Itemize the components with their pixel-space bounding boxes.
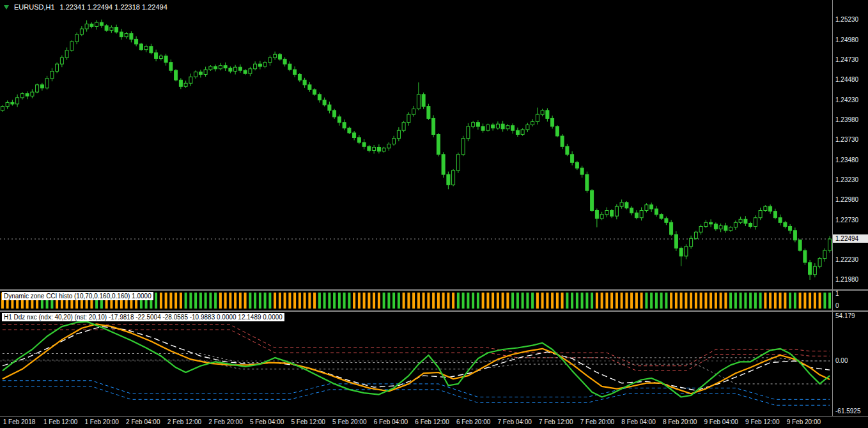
trading-chart-window: EURUSD,H1 1.22341 1.22494 1.22318 1.2249… [0,0,868,428]
symbol-marker-icon [4,5,9,10]
price-chart-canvas[interactable] [0,0,832,289]
cci-indicator-label: Dynamic zone CCI histo (10,70,0.160,0.16… [2,292,153,300]
price-tick: 1.23730 [835,136,858,144]
cci-indicator-panel: Dynamic zone CCI histo (10,70,0.160,0.16… [0,291,868,310]
time-label: 2 Feb 12:00 [167,418,201,425]
price-panel: EURUSD,H1 1.22341 1.22494 1.22318 1.2249… [0,0,868,289]
oscillator-panel: H1 Ddz nxc (ndx: 40,20) (nst: 20,10) -17… [0,312,868,416]
price-tick: 1.21980 [835,276,858,284]
price-tick: 1.24230 [835,96,858,104]
time-label: 5 Feb 04:00 [250,418,284,425]
time-label: 5 Feb 12:00 [291,418,325,425]
time-label: 7 Feb 12:00 [539,418,573,425]
time-label: 8 Feb 20:00 [663,418,697,425]
oscillator-axis: 54.1790.00-61.5925 [832,312,868,416]
oscillator-tick: -61.5925 [835,408,860,415]
chart-title: EURUSD,H1 1.22341 1.22494 1.22318 1.2249… [4,3,167,11]
oscillator-tick: 0.00 [835,357,848,365]
time-label: 6 Feb 12:00 [415,418,449,425]
price-tick: 1.23230 [835,176,858,184]
price-tick: 1.22230 [835,256,858,264]
price-tick: 1.24480 [835,76,858,84]
symbol-timeframe: EURUSD,H1 [14,3,55,11]
ohlc-readout: 1.22341 1.22494 1.22318 1.22494 [60,3,167,11]
time-label: 1 Feb 20:00 [85,418,119,425]
time-label: 9 Feb 12:00 [745,418,779,425]
price-tick: 1.22980 [835,196,858,204]
osc-indicator-label: H1 Ddz nxc (ndx: 40,20) (nst: 20,10) -17… [2,313,284,321]
price-tick: 1.23980 [835,116,858,124]
time-label: 7 Feb 20:00 [580,418,614,425]
price-tick: 1.25230 [835,16,858,24]
time-axis[interactable]: 1 Feb 20181 Feb 12:001 Feb 20:002 Feb 04… [0,417,868,428]
time-label: 6 Feb 04:00 [374,418,408,425]
time-label: 1 Feb 2018 [3,418,36,425]
price-tick: 1.24730 [835,56,858,64]
time-label: 6 Feb 20:00 [456,418,490,425]
price-tick: 1.22730 [835,217,858,224]
cci-axis: 10 [832,291,868,310]
oscillator-canvas[interactable] [0,312,832,416]
time-label: 7 Feb 04:00 [498,418,532,425]
cci-tick: 1 [835,291,839,298]
oscillator-tick: 54.179 [835,312,855,320]
time-label: 9 Feb 20:00 [787,418,821,425]
current-price-badge: 1.22494 [833,234,868,243]
time-label: 2 Feb 20:00 [208,418,242,425]
time-label: 9 Feb 04:00 [704,418,738,425]
price-axis[interactable]: 1.252301.249801.247301.244801.242301.239… [832,0,868,289]
time-label: 8 Feb 04:00 [621,418,655,425]
cci-tick: 0 [835,302,839,310]
time-label: 2 Feb 04:00 [126,418,160,425]
time-label: 1 Feb 12:00 [43,418,77,425]
price-tick: 1.23480 [835,157,858,164]
price-tick: 1.24980 [835,36,858,44]
time-label: 5 Feb 20:00 [332,418,366,425]
